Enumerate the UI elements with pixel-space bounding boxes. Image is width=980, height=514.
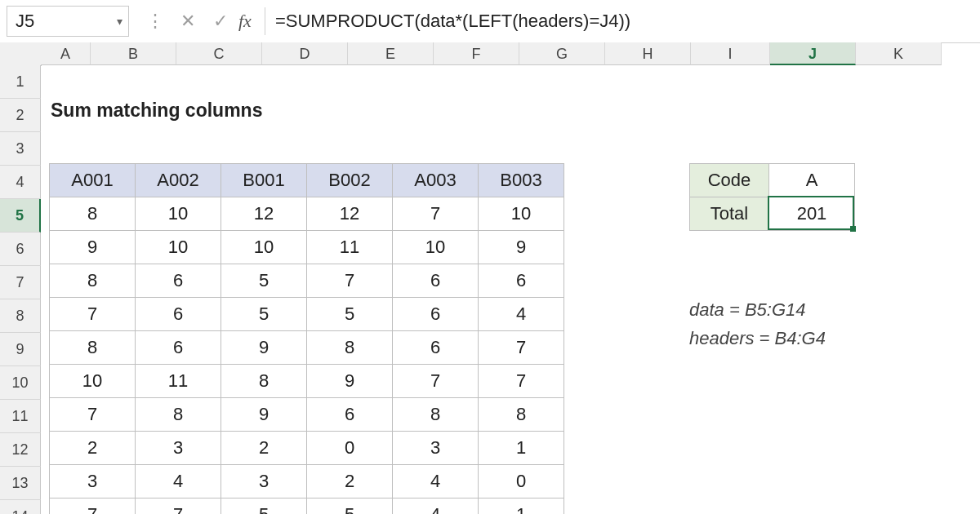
row-header-5[interactable]: 5	[0, 199, 41, 233]
select-all-corner[interactable]	[0, 42, 42, 66]
table-cell[interactable]: 10	[136, 231, 221, 264]
row-header-2[interactable]: 2	[0, 99, 41, 132]
table-cell[interactable]: 8	[479, 398, 564, 432]
col-header-G[interactable]: G	[519, 42, 605, 65]
table-cell[interactable]: 4	[393, 498, 479, 515]
table-cell[interactable]: 6	[479, 264, 564, 298]
table-cell[interactable]: 5	[221, 498, 307, 515]
spreadsheet-grid[interactable]: ABCDEFGHIJK 1234567891011121314 Sum matc…	[0, 42, 980, 514]
table-cell[interactable]: 9	[479, 231, 564, 264]
fx-icon[interactable]: fx	[238, 11, 252, 32]
name-box-dropdown-icon[interactable]: ▾	[110, 15, 128, 28]
table-cell[interactable]: 7	[479, 365, 564, 398]
col-header-F[interactable]: F	[434, 42, 519, 65]
col-header-H[interactable]: H	[605, 42, 691, 65]
table-cell[interactable]: 11	[136, 365, 221, 398]
table-cell[interactable]: 1	[479, 432, 564, 465]
col-header-D[interactable]: D	[262, 42, 348, 65]
table-cell[interactable]: 8	[307, 331, 393, 365]
table-cell[interactable]: 7	[50, 298, 136, 331]
table-cell[interactable]: 7	[479, 331, 564, 365]
table-cell[interactable]: 7	[393, 197, 479, 231]
table-cell[interactable]: 9	[221, 331, 307, 365]
cancel-formula-icon[interactable]: ✕	[172, 11, 204, 32]
table-cell[interactable]: 3	[221, 465, 307, 498]
table-cell[interactable]: 4	[393, 465, 479, 498]
table-cell[interactable]: 7	[50, 398, 136, 432]
row-header-9[interactable]: 9	[0, 333, 41, 366]
table-cell[interactable]: 1	[479, 498, 564, 515]
row-header-3[interactable]: 3	[0, 132, 41, 166]
code-value[interactable]: A	[769, 164, 855, 197]
formula-input[interactable]: =SUMPRODUCT(data*(LEFT(headers)=J4))	[270, 7, 973, 36]
table-cell[interactable]: 8	[393, 398, 479, 432]
table-cell[interactable]: 10	[136, 197, 221, 231]
col-header-I[interactable]: I	[691, 42, 770, 65]
table-header[interactable]: B003	[479, 164, 564, 197]
row-header-14[interactable]: 14	[0, 500, 41, 514]
table-cell[interactable]: 6	[136, 298, 221, 331]
total-value[interactable]: 201	[769, 197, 855, 231]
table-cell[interactable]: 10	[50, 365, 136, 398]
row-header-4[interactable]: 4	[0, 166, 41, 199]
table-cell[interactable]: 4	[479, 298, 564, 331]
table-header[interactable]: B001	[221, 164, 307, 197]
table-cell[interactable]: 7	[136, 498, 221, 515]
col-header-A[interactable]: A	[41, 42, 91, 65]
table-cell[interactable]: 6	[393, 298, 479, 331]
table-header[interactable]: A003	[393, 164, 479, 197]
table-cell[interactable]: 12	[221, 197, 307, 231]
row-header-6[interactable]: 6	[0, 233, 41, 266]
row-header-7[interactable]: 7	[0, 266, 41, 299]
table-cell[interactable]: 6	[307, 398, 393, 432]
table-cell[interactable]: 6	[136, 264, 221, 298]
table-cell[interactable]: 12	[307, 197, 393, 231]
table-cell[interactable]: 6	[136, 331, 221, 365]
table-cell[interactable]: 10	[479, 197, 564, 231]
row-header-10[interactable]: 10	[0, 366, 41, 400]
col-header-J[interactable]: J	[770, 42, 856, 65]
table-header[interactable]: B002	[307, 164, 393, 197]
table-cell[interactable]: 11	[307, 231, 393, 264]
table-cell[interactable]: 9	[221, 398, 307, 432]
table-cell[interactable]: 7	[393, 365, 479, 398]
table-cell[interactable]: 2	[307, 465, 393, 498]
table-cell[interactable]: 5	[221, 264, 307, 298]
table-cell[interactable]: 6	[393, 264, 479, 298]
col-header-K[interactable]: K	[856, 42, 942, 65]
table-cell[interactable]: 9	[50, 231, 136, 264]
table-cell[interactable]: 6	[393, 331, 479, 365]
table-header[interactable]: A001	[50, 164, 136, 197]
row-header-1[interactable]: 1	[0, 65, 41, 99]
table-cell[interactable]: 5	[221, 298, 307, 331]
table-cell[interactable]: 8	[221, 365, 307, 398]
row-header-8[interactable]: 8	[0, 299, 41, 333]
table-cell[interactable]: 8	[136, 398, 221, 432]
table-cell[interactable]: 7	[50, 498, 136, 515]
table-cell[interactable]: 0	[307, 432, 393, 465]
table-cell[interactable]: 2	[50, 432, 136, 465]
enter-formula-icon[interactable]: ✓	[204, 11, 237, 32]
row-header-13[interactable]: 13	[0, 467, 41, 500]
col-header-E[interactable]: E	[348, 42, 434, 65]
row-header-11[interactable]: 11	[0, 400, 41, 433]
formula-dots-icon[interactable]: ⋮	[139, 11, 172, 32]
row-header-12[interactable]: 12	[0, 433, 41, 467]
table-cell[interactable]: 8	[50, 264, 136, 298]
table-cell[interactable]: 7	[307, 264, 393, 298]
table-cell[interactable]: 9	[307, 365, 393, 398]
table-cell[interactable]: 3	[393, 432, 479, 465]
table-cell[interactable]: 3	[136, 432, 221, 465]
table-cell[interactable]: 10	[393, 231, 479, 264]
col-header-C[interactable]: C	[176, 42, 262, 65]
table-cell[interactable]: 8	[50, 197, 136, 231]
table-header[interactable]: A002	[136, 164, 221, 197]
table-cell[interactable]: 5	[307, 298, 393, 331]
col-header-B[interactable]: B	[91, 42, 176, 65]
name-box[interactable]: J5 ▾	[7, 6, 129, 37]
table-cell[interactable]: 0	[479, 465, 564, 498]
table-cell[interactable]: 4	[136, 465, 221, 498]
table-cell[interactable]: 3	[50, 465, 136, 498]
table-cell[interactable]: 5	[307, 498, 393, 515]
table-cell[interactable]: 8	[50, 331, 136, 365]
